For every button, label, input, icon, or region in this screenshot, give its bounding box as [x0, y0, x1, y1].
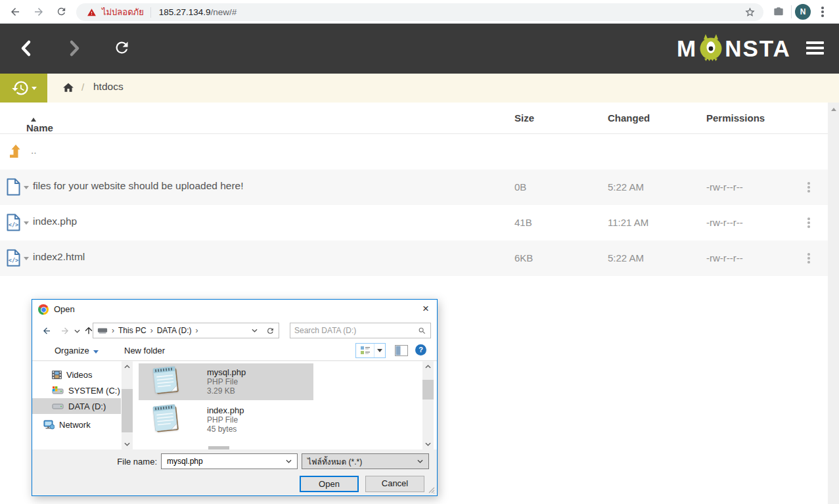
- help-icon[interactable]: ?: [415, 344, 426, 355]
- file-name-input[interactable]: [167, 457, 286, 466]
- file-name[interactable]: index.php: [33, 216, 77, 227]
- file-changed: 11:21 AM: [608, 217, 648, 228]
- scroll-up-icon[interactable]: [831, 108, 836, 111]
- url-text[interactable]: 185.27.134.9/new/#: [159, 7, 237, 17]
- chevron-down-icon: [417, 459, 423, 463]
- file-type-value: ไฟล์ทั้งหมด (*.*): [307, 455, 417, 468]
- nav-forward-icon[interactable]: [60, 326, 70, 336]
- sidebar-item-data-d[interactable]: DATA (D:): [32, 398, 121, 414]
- app-refresh-icon[interactable]: [113, 39, 131, 57]
- file-name[interactable]: index2.html: [33, 251, 85, 263]
- security-warning-label[interactable]: ไม่ปลอดภัย: [102, 5, 144, 19]
- address-refresh-button[interactable]: [261, 323, 279, 338]
- file-item-index[interactable]: index.php PHP File 45 bytes: [150, 402, 315, 439]
- nav-history-chevron-icon[interactable]: [74, 329, 80, 333]
- table-row[interactable]: </> index2.html 6KB 5:22 AM -rw-r--r--: [0, 241, 828, 276]
- sidebar-item-network[interactable]: Network: [32, 417, 121, 432]
- file-changed: 5:22 AM: [608, 181, 644, 193]
- url-bar[interactable]: ไม่ปลอดภัย 185.27.134.9/new/#: [76, 3, 763, 21]
- profile-avatar[interactable]: N: [795, 4, 811, 20]
- breadcrumb-folder[interactable]: htdocs: [93, 81, 124, 93]
- table-header: Name Size Changed Permissions: [0, 103, 828, 134]
- app-back-icon[interactable]: [20, 39, 33, 57]
- chevron-down-icon[interactable]: [24, 221, 29, 225]
- chevron-down-icon[interactable]: [286, 459, 292, 463]
- view-mode-dropdown[interactable]: [374, 344, 385, 357]
- browser-refresh-icon[interactable]: [56, 6, 67, 17]
- address-bar[interactable]: › This PC › DATA (D:) ›: [93, 323, 262, 338]
- resize-grip[interactable]: [428, 487, 435, 493]
- scroll-up-icon[interactable]: [124, 365, 130, 369]
- close-icon[interactable]: ×: [422, 302, 429, 315]
- file-name[interactable]: ..: [31, 145, 37, 156]
- crumb-this-pc[interactable]: This PC: [118, 326, 147, 335]
- file-size: 6KB: [514, 252, 533, 263]
- crumb-separator: ›: [150, 326, 153, 335]
- crumb-separator: ›: [112, 326, 114, 335]
- view-mode-icon[interactable]: [356, 344, 374, 357]
- scroll-up-icon[interactable]: [425, 365, 431, 369]
- table-row-up[interactable]: ..: [0, 134, 828, 170]
- history-button[interactable]: [0, 74, 47, 103]
- file-name-combobox[interactable]: [161, 453, 298, 469]
- bookmark-star-icon[interactable]: [744, 7, 756, 18]
- new-folder-button[interactable]: New folder: [124, 346, 165, 355]
- cancel-button[interactable]: Cancel: [365, 476, 424, 492]
- preview-pane-icon[interactable]: [395, 345, 408, 356]
- file-size: 41B: [514, 217, 532, 228]
- row-menu-icon[interactable]: [807, 218, 810, 229]
- file-permissions: -rw-r--r--: [706, 217, 743, 228]
- file-name[interactable]: files for your website should be uploade…: [33, 180, 244, 192]
- organize-button[interactable]: Organize: [55, 346, 99, 355]
- file-permissions: -rw-r--r--: [706, 252, 743, 263]
- chrome-logo-icon: [38, 304, 49, 315]
- not-secure-warning-icon: [87, 8, 97, 17]
- nav-back-icon[interactable]: [41, 326, 52, 336]
- app-forward-icon[interactable]: [68, 39, 81, 57]
- scroll-down-icon[interactable]: [425, 442, 431, 446]
- row-menu-icon[interactable]: [807, 253, 810, 265]
- crumb-data-drive[interactable]: DATA (D:): [157, 326, 192, 335]
- chevron-down-icon[interactable]: [24, 257, 29, 260]
- search-input[interactable]: [294, 326, 418, 335]
- scrollbar-thumb[interactable]: [122, 389, 133, 432]
- file-list-scrollbar[interactable]: [422, 361, 434, 449]
- refresh-icon: [266, 327, 275, 335]
- table-row[interactable]: files for your website should be uploade…: [0, 170, 828, 205]
- address-dropdown-icon[interactable]: [252, 329, 258, 332]
- browser-back-icon[interactable]: [9, 6, 21, 18]
- file-item-mysql[interactable]: mysql.php PHP File 3.29 KB: [150, 364, 315, 401]
- file-type-dropdown[interactable]: ไฟล์ทั้งหมด (*.*): [302, 453, 429, 469]
- hamburger-menu-icon[interactable]: [806, 41, 824, 57]
- column-header-size[interactable]: Size: [514, 112, 534, 124]
- view-mode-button[interactable]: [355, 343, 386, 358]
- videos-icon: [52, 371, 62, 379]
- dialog-title-bar[interactable]: Open ×: [32, 300, 437, 320]
- table-row[interactable]: </> index.php 41B 11:21 AM -rw-r--r--: [0, 205, 828, 241]
- column-header-changed[interactable]: Changed: [608, 112, 650, 124]
- dialog-title: Open: [54, 304, 75, 314]
- chevron-down-icon: [93, 350, 99, 354]
- code-file-icon: </>: [7, 214, 20, 231]
- chevron-down-icon: [32, 87, 37, 90]
- browser-menu-icon[interactable]: [821, 7, 824, 18]
- page-scrollbar[interactable]: [828, 103, 839, 504]
- breadcrumb-separator: /: [81, 81, 84, 93]
- open-button[interactable]: Open: [300, 476, 359, 492]
- sidebar-scrollbar[interactable]: [122, 361, 133, 449]
- chevron-down-icon[interactable]: [24, 186, 29, 189]
- column-header-name[interactable]: Name: [26, 112, 36, 124]
- toolbar-divider: [791, 5, 792, 18]
- row-menu-icon[interactable]: [807, 182, 810, 194]
- home-icon[interactable]: [62, 81, 75, 94]
- sidebar-item-videos[interactable]: Videos: [32, 367, 121, 382]
- scrollbar-thumb[interactable]: [422, 380, 434, 400]
- sidebar-item-system-c[interactable]: SYSTEM (C:): [32, 382, 121, 398]
- browser-forward-icon[interactable]: [33, 6, 45, 18]
- logo-text-rest: NSTA: [725, 35, 791, 62]
- search-box[interactable]: [290, 323, 431, 338]
- scroll-down-icon[interactable]: [124, 442, 130, 446]
- file-permissions: -rw-r--r--: [706, 181, 743, 193]
- column-header-permissions[interactable]: Permissions: [706, 112, 765, 124]
- camera-extension-icon[interactable]: [773, 7, 784, 17]
